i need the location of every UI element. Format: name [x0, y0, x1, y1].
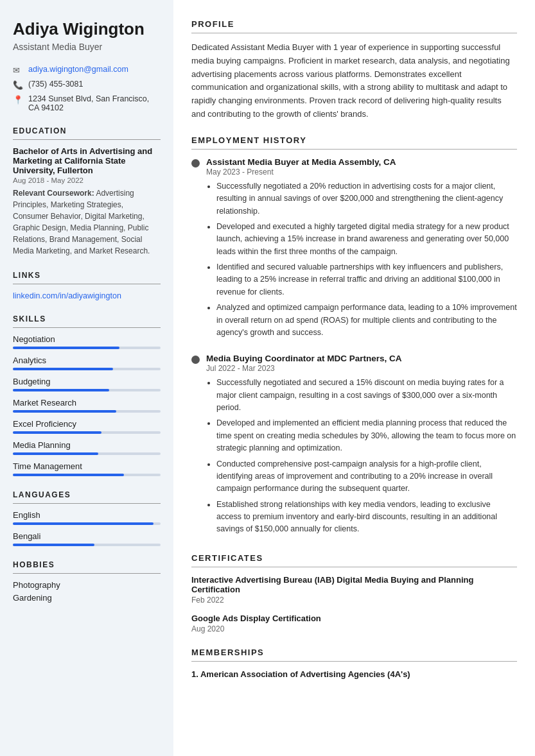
job-bullet: Successfully negotiated and secured a 15…: [216, 377, 517, 414]
skill-bar-bg: [13, 474, 161, 476]
job-bullets: Successfully negotiated and secured a 15…: [206, 377, 517, 536]
job-bullet: Established strong relationships with ke…: [216, 499, 517, 536]
memberships-divider: [191, 661, 517, 662]
languages-list: English Bengali: [13, 510, 161, 546]
skill-bar-fill: [13, 389, 109, 391]
skill-name: Media Planning: [13, 440, 161, 450]
skill-bar-bg: [13, 410, 161, 413]
resume-container: Adiya Wigington Assistant Media Buyer ✉ …: [0, 0, 535, 756]
employment-section: EMPLOYMENT HISTORY Assistant Media Buyer…: [191, 135, 517, 539]
certificates-list: Interactive Advertising Bureau (IAB) Dig…: [191, 575, 517, 633]
candidate-name: Adiya Wigington: [13, 19, 161, 39]
cert-name: Interactive Advertising Bureau (IAB) Dig…: [191, 575, 517, 594]
job-bullet: Identified and secured valuable partners…: [216, 261, 517, 298]
skill-bar-bg: [13, 452, 161, 455]
skill-item: Excel Proficiency: [13, 419, 161, 434]
phone-icon: 📞: [13, 80, 23, 90]
employment-divider: [191, 149, 517, 150]
language-item: Bengali: [13, 531, 161, 546]
memberships-list: 1. American Association of Advertising A…: [191, 669, 517, 679]
coursework-text: Advertising Principles, Marketing Strate…: [13, 189, 150, 255]
profile-divider: [191, 33, 517, 33]
certificates-section-title: CERTIFICATES: [191, 553, 517, 563]
cert-date: Feb 2022: [191, 596, 517, 605]
education-divider: [13, 139, 161, 140]
skill-item: Negotiation: [13, 334, 161, 349]
job-item: Media Buying Coordinator at MDC Partners…: [191, 354, 517, 539]
skill-item: Budgeting: [13, 377, 161, 391]
language-bar-fill: [13, 544, 94, 546]
skill-bar-fill: [13, 368, 113, 370]
hobbies-divider: [13, 573, 161, 574]
language-item: English: [13, 510, 161, 525]
links-divider: [13, 284, 161, 284]
language-bar-fill: [13, 522, 153, 525]
cert-date: Aug 2020: [191, 624, 517, 633]
skill-bar-fill: [13, 410, 116, 413]
profile-section: PROFILE Dedicated Assistant Media Buyer …: [191, 19, 517, 121]
languages-divider: [13, 503, 161, 504]
languages-section-title: LANGUAGES: [13, 490, 161, 499]
skill-bar-bg: [13, 431, 161, 434]
skill-name: Excel Proficiency: [13, 419, 161, 429]
skill-name: Time Management: [13, 461, 161, 471]
job-dot: [191, 356, 200, 364]
job-dot-col: [191, 157, 200, 343]
language-bar-bg: [13, 544, 161, 546]
language-name: English: [13, 510, 161, 520]
skill-name: Market Research: [13, 398, 161, 408]
education-coursework: Relevant Coursework: Advertising Princip…: [13, 187, 161, 257]
job-dates: Jul 2022 - Mar 2023: [206, 364, 517, 373]
skill-bar-fill: [13, 452, 98, 455]
hobby-item: Gardening: [13, 593, 161, 603]
skill-item: Analytics: [13, 356, 161, 370]
contact-phone: 📞 (735) 455-3081: [13, 80, 161, 90]
sidebar: Adiya Wigington Assistant Media Buyer ✉ …: [0, 0, 173, 756]
skill-bar-bg: [13, 368, 161, 370]
job-bullets: Successfully negotiated a 20% reduction …: [206, 180, 517, 339]
skill-bar-bg: [13, 347, 161, 349]
job-bullet: Developed and implemented an efficient m…: [216, 417, 517, 454]
skills-list: Negotiation Analytics Budgeting Market R…: [13, 334, 161, 476]
skill-bar-fill: [13, 431, 101, 434]
hobbies-list: PhotographyGardening: [13, 580, 161, 603]
hobbies-section-title: HOBBIES: [13, 560, 161, 569]
job-bullet: Successfully negotiated a 20% reduction …: [216, 180, 517, 218]
coursework-label: Relevant Coursework:: [13, 189, 94, 198]
skill-bar-fill: [13, 474, 124, 476]
hobby-item: Photography: [13, 580, 161, 590]
job-content: Media Buying Coordinator at MDC Partners…: [206, 354, 517, 539]
education-dates: Aug 2018 - May 2022: [13, 176, 161, 184]
candidate-title: Assistant Media Buyer: [13, 42, 161, 52]
location-icon: 📍: [13, 95, 23, 105]
links-section-title: LINKS: [13, 271, 161, 280]
linkedin-link[interactable]: linkedin.com/in/adiyawigington: [13, 291, 121, 300]
contact-email: ✉ adiya.wigington@gmail.com: [13, 65, 161, 75]
skill-name: Negotiation: [13, 334, 161, 344]
skills-divider: [13, 327, 161, 328]
skill-item: Media Planning: [13, 440, 161, 455]
job-dates: May 2023 - Present: [206, 168, 517, 176]
membership-item: 1. American Association of Advertising A…: [191, 669, 517, 679]
skill-item: Market Research: [13, 398, 161, 413]
certificates-section: CERTIFICATES Interactive Advertising Bur…: [191, 553, 517, 633]
email-link[interactable]: adiya.wigington@gmail.com: [28, 65, 128, 74]
skill-bar-bg: [13, 389, 161, 391]
linkedin-link-item: linkedin.com/in/adiyawigington: [13, 291, 161, 300]
email-icon: ✉: [13, 65, 23, 75]
skill-name: Analytics: [13, 356, 161, 365]
education-degree: Bachelor of Arts in Advertising and Mark…: [13, 146, 161, 175]
job-bullet: Conducted comprehensive post-campaign an…: [216, 458, 517, 495]
skill-bar-fill: [13, 347, 119, 349]
certificates-divider: [191, 567, 517, 567]
profile-section-title: PROFILE: [191, 19, 517, 29]
job-item: Assistant Media Buyer at Media Assembly,…: [191, 157, 517, 343]
skill-item: Time Management: [13, 461, 161, 476]
job-bullet: Developed and executed a highly targeted…: [216, 221, 517, 258]
job-title: Media Buying Coordinator at MDC Partners…: [206, 354, 517, 363]
cert-item: Google Ads Display Certification Aug 202…: [191, 614, 517, 633]
memberships-section-title: MEMBERSHIPS: [191, 648, 517, 657]
cert-name: Google Ads Display Certification: [191, 614, 517, 623]
skill-name: Budgeting: [13, 377, 161, 386]
cert-item: Interactive Advertising Bureau (IAB) Dig…: [191, 575, 517, 605]
